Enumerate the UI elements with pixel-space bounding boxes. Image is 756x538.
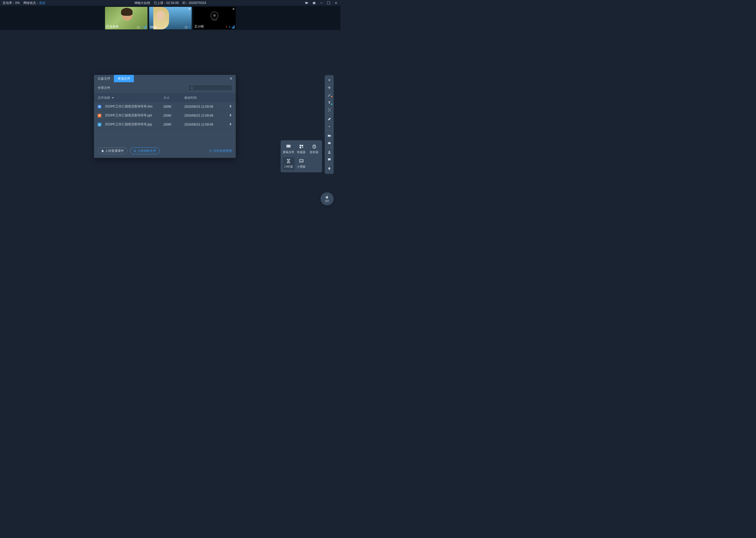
room-id-value: 2020070324 — [188, 1, 206, 5]
signal-bars-icon — [232, 25, 235, 28]
tab-cloud[interactable]: 云盘文件 — [94, 75, 114, 82]
tool-toolbox[interactable] — [325, 139, 333, 146]
sort-desc-icon — [112, 97, 114, 99]
delete-icon[interactable] — [229, 123, 232, 126]
mic-muted-icon — [225, 26, 228, 28]
tool-scissors[interactable] — [325, 106, 333, 114]
svg-text:2+3: 2+3 — [300, 160, 303, 162]
top-status-bar: 丢包率：0% 网络状态：良好 神秘大自然 已上课：02:34:09 ID：202… — [0, 0, 341, 6]
play-circle-icon — [133, 149, 136, 152]
video-tile-student-camoff[interactable]: ✕ 王小明 — [193, 7, 236, 29]
dialog-tabs: 云盘文件 本地文件 ✕ — [94, 75, 236, 82]
file-type-ppt-icon: P — [98, 114, 101, 117]
file-name: 2019年工作汇报情况查询等等.jpg — [105, 122, 152, 127]
tool-chat[interactable] — [325, 156, 333, 163]
upload-normal-button[interactable]: 上传普通课件 — [98, 147, 127, 154]
right-toolbar — [325, 75, 334, 174]
tool-timer[interactable]: 计时器 — [283, 157, 295, 170]
tab-local[interactable]: 本地文件 — [114, 75, 134, 82]
file-name: 2019年工作汇报情况查询等等.ppt — [105, 113, 152, 118]
room-id-label: ID： — [182, 1, 188, 5]
table-header: 文件名称 大小 修改时间 — [94, 93, 236, 102]
camera-off-icon — [211, 12, 218, 20]
tool-bell[interactable] — [325, 165, 333, 172]
svg-rect-4 — [287, 145, 291, 147]
svg-point-2 — [329, 126, 330, 127]
col-size-header[interactable]: 大小 — [163, 96, 184, 100]
info-icon — [209, 149, 212, 152]
signal-bars-icon — [144, 25, 147, 28]
file-name: 2019年工作汇报情况查询等等.doc — [105, 104, 153, 109]
svg-rect-7 — [300, 147, 301, 148]
hand-icon — [325, 195, 329, 199]
search-icon — [190, 86, 193, 89]
camera-icon[interactable] — [305, 1, 308, 5]
file-icon — [101, 149, 104, 152]
table-row[interactable]: P2019年工作汇报情况查询等等.ppt 200M 2020/06/23 12:… — [94, 111, 236, 120]
settings-icon[interactable] — [312, 1, 316, 5]
file-size: 200M — [163, 114, 184, 117]
file-mtime: 2020/06/23 12:09:09 — [184, 105, 226, 108]
room-title: 神秘大自然 — [134, 1, 150, 5]
tool-user[interactable] — [325, 148, 333, 156]
file-mtime: 2020/06/23 12:09:09 — [184, 123, 226, 126]
tool-blackboard[interactable]: 2+3 小黑板 — [296, 157, 307, 170]
dialog-close-icon[interactable]: ✕ — [226, 77, 236, 81]
packet-loss-value: 0% — [15, 1, 20, 5]
file-size: 200M — [163, 123, 184, 126]
svg-rect-6 — [302, 145, 303, 146]
mic-on-icon — [140, 26, 143, 28]
packet-loss-label: 丢包率： — [3, 1, 15, 5]
video-tile-teacher[interactable]: 叮当老师 — [105, 7, 148, 29]
svg-point-3 — [329, 151, 330, 152]
supported-types-link[interactable]: 文件支持类型 — [209, 149, 232, 153]
file-mtime: 2020/06/23 12:09:09 — [184, 114, 226, 117]
teaching-tools-popover: 屏幕共享 答题器 抢答器 计时器 2+3 小黑板 — [281, 140, 322, 172]
video-name-label: 叮当老师 — [106, 25, 118, 29]
svg-rect-5 — [300, 145, 301, 146]
record-indicator-icon — [185, 26, 187, 28]
network-label: 网络状态： — [24, 1, 39, 5]
video-tile-student[interactable]: ✕ Nina — [149, 7, 192, 29]
tool-race[interactable]: 抢答器 — [308, 143, 320, 155]
hand-raise-button[interactable]: 0/2 — [320, 192, 334, 205]
table-row[interactable]: ▲2019年工作汇报情况查询等等.jpg 200M 2020/06/23 12:… — [94, 120, 236, 129]
close-window-icon[interactable] — [334, 1, 338, 5]
tool-screen-share[interactable]: 屏幕共享 — [283, 143, 295, 155]
tool-pen[interactable] — [325, 91, 333, 99]
file-type-img-icon: ▲ — [98, 123, 101, 126]
breadcrumb: 全部文件 — [98, 86, 110, 90]
delete-icon[interactable] — [229, 105, 232, 108]
tool-answer[interactable]: 答题器 — [296, 143, 307, 155]
hand-count: 0/2 — [325, 200, 329, 202]
tool-text[interactable] — [325, 99, 333, 106]
close-icon[interactable]: ✕ — [232, 7, 235, 11]
network-value: 良好 — [39, 1, 45, 5]
record-indicator-icon — [137, 26, 140, 28]
col-name-header[interactable]: 文件名称 — [98, 96, 163, 100]
tool-move[interactable] — [325, 84, 333, 91]
search-input[interactable] — [188, 85, 232, 91]
file-size: 200M — [163, 105, 184, 108]
delete-icon[interactable] — [229, 114, 232, 117]
file-type-doc-icon: W — [98, 105, 101, 108]
col-mtime-header[interactable]: 修改时间 — [184, 96, 226, 100]
tool-pointer[interactable] — [325, 77, 333, 84]
tool-eraser[interactable] — [325, 115, 333, 123]
video-tiles-row: 叮当老师 ✕ Nina ✕ 王小明 — [0, 6, 341, 30]
mic-on-icon — [229, 26, 231, 28]
minimize-icon[interactable] — [319, 1, 323, 5]
close-icon[interactable]: ✕ — [188, 7, 191, 11]
upload-anim-button[interactable]: 上传动效文件 — [130, 147, 160, 154]
class-time-label: 已上课： — [154, 1, 166, 5]
table-row[interactable]: W2019年工作汇报情况查询等等.doc 200M 2020/06/23 12:… — [94, 102, 236, 111]
tool-laser[interactable] — [325, 123, 333, 130]
video-name-label: 王小明 — [194, 25, 204, 29]
video-name-label: Nina — [150, 25, 157, 29]
file-dialog: 云盘文件 本地文件 ✕ 全部文件 文件名称 大小 修改时间 W2019年工作汇报… — [94, 75, 236, 158]
fullscreen-icon[interactable] — [327, 1, 330, 5]
class-time-value: 02:34:09 — [166, 1, 179, 5]
tool-folder[interactable] — [325, 132, 333, 139]
mic-on-icon — [188, 26, 191, 28]
